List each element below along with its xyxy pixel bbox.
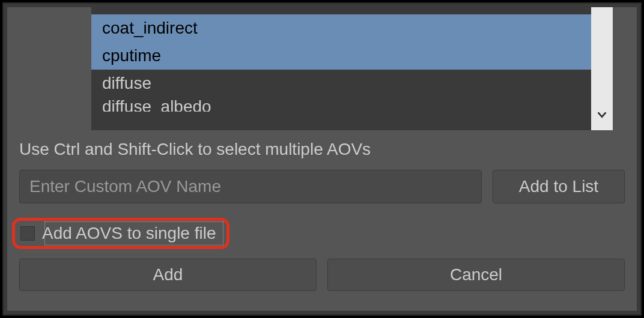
chevron-down-icon[interactable] xyxy=(591,104,613,125)
custom-aov-row: Add to List xyxy=(7,165,637,208)
aov-panel: coat_indirect cputime diffuse diffuse_al… xyxy=(7,7,637,311)
list-item[interactable] xyxy=(91,7,591,14)
list-item[interactable]: diffuse_albedo xyxy=(91,97,591,112)
add-to-list-button[interactable]: Add to List xyxy=(493,170,625,203)
custom-aov-input[interactable] xyxy=(19,170,482,203)
outer-frame: coat_indirect cputime diffuse diffuse_al… xyxy=(2,2,642,316)
add-button[interactable]: Add xyxy=(19,259,317,291)
single-file-checkbox[interactable] xyxy=(20,226,35,241)
single-file-checkbox-row[interactable]: Add AOVS to single file xyxy=(14,219,225,248)
instruction-text: Use Ctrl and Shift-Click to select multi… xyxy=(7,130,637,165)
aov-list-container: coat_indirect cputime diffuse diffuse_al… xyxy=(91,7,613,130)
list-item[interactable]: diffuse xyxy=(91,70,591,97)
list-item[interactable]: coat_indirect xyxy=(91,14,591,42)
aov-list[interactable]: coat_indirect cputime diffuse diffuse_al… xyxy=(91,7,591,130)
list-item[interactable]: cputime xyxy=(91,42,591,70)
action-button-row: Add Cancel xyxy=(7,255,637,302)
scrollbar[interactable] xyxy=(591,7,613,130)
cancel-button[interactable]: Cancel xyxy=(327,259,625,291)
single-file-checkbox-label[interactable]: Add AOVS to single file xyxy=(42,224,216,243)
